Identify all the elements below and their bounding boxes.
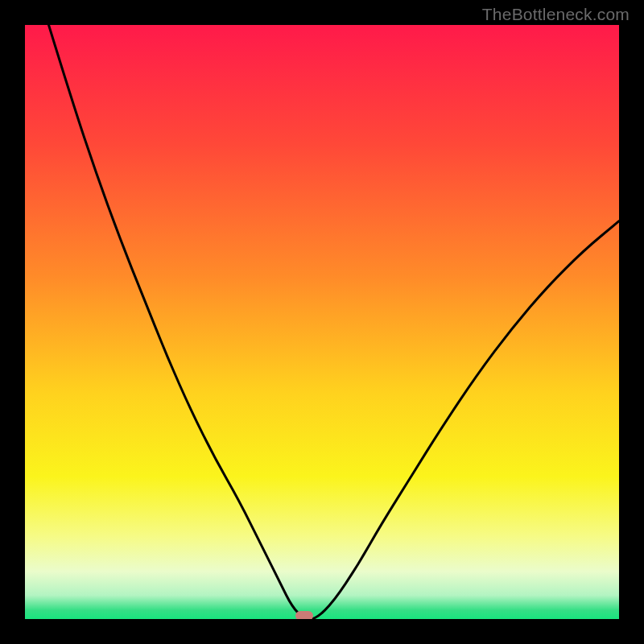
watermark-text: TheBottleneck.com — [482, 5, 630, 24]
optimal-marker — [295, 611, 313, 619]
chart-frame: TheBottleneck.com — [0, 0, 644, 644]
plot-area — [25, 25, 619, 619]
bottleneck-curve — [25, 25, 619, 619]
